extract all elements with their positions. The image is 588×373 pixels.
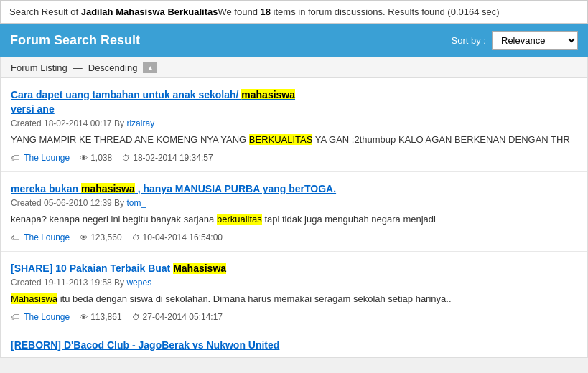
snippet-text: itu beda dengan siswa di sekolahan. Dima… [57,293,451,304]
date-text: 10-04-2014 16:54:00 [143,232,223,242]
views-count: 123,560 [90,232,121,242]
search-middle: We found [218,6,260,17]
result-footer: 🏷 The Lounge 123,560 10-04-2014 16:54:00 [11,232,577,242]
results-container: Cara dapet uang tambahan untuk anak seko… [0,78,588,358]
author-link[interactable]: wepes [126,278,151,288]
sort-area: Sort by : Relevance Date Views [452,31,578,50]
snippet-text: YANG MAMPIR KE THREAD ANE KOMENG NYA YAN… [11,134,249,145]
date-text: 27-04-2014 05:14:17 [143,312,223,322]
result-title-plain: [SHARE] 10 Pakaian Terbaik Buat [11,263,173,274]
dash: — [73,62,83,73]
result-title-partial: [REBORN] D'Bacod Club - JagoBerak vs Nuk… [11,339,577,353]
search-count: 18 [261,6,271,17]
result-category: 🏷 The Lounge [11,232,70,242]
clock-icon [132,312,140,322]
result-title-line1: Cara dapet uang tambahan untuk anak seko… [11,88,577,103]
result-views: 123,560 [80,232,121,242]
result-title-rest: , hanya MANUSIA PURBA yang berTOGA. [135,183,336,194]
result-title-highlight: mahasiswa [81,183,135,194]
created-text: Created 18-02-2014 00:17 By [11,118,126,128]
result-footer: 🏷 The Lounge 1,038 18-02-2014 19:34:57 [11,153,577,163]
search-summary-bar: Search Result of Jadilah Mahasiswa Berku… [0,0,588,24]
result-views: 113,861 [80,312,121,322]
search-prefix: Search Result of [9,6,81,17]
sort-label: Sort by : [452,35,486,46]
result-date: 18-02-2014 19:34:57 [122,153,213,163]
order-label: Descending [88,62,138,73]
eye-icon [80,232,88,242]
result-item: [SHARE] 10 Pakaian Terbaik Buat Mahasisw… [1,252,587,331]
snippet-text2: YA GAN :2thumbup KALO AGAN BERKENAN DENG… [312,134,569,145]
result-title-line1: [SHARE] 10 Pakaian Terbaik Buat Mahasisw… [11,262,577,276]
result-footer: 🏷 The Lounge 113,861 27-04-2014 05:14:17 [11,312,577,322]
forum-search-header: Forum Search Result Sort by : Relevance … [0,24,588,57]
eye-icon [80,312,88,322]
tag-icon: 🏷 [11,153,19,163]
result-snippet: kenapa? kenapa negeri ini begitu banyak … [11,212,577,227]
result-item-partial: [REBORN] D'Bacod Club - JagoBerak vs Nuk… [1,331,587,358]
result-snippet: Mahasiswa itu beda dengan siswa di sekol… [11,292,577,306]
category-link[interactable]: The Lounge [24,153,70,163]
eye-icon [80,153,88,163]
author-link[interactable]: rizalray [126,118,154,128]
date-text: 18-02-2014 19:34:57 [133,153,213,163]
sub-bar: Forum Listing — Descending ▲ [0,57,588,78]
forum-listing-label: Forum Listing [11,62,67,73]
tag-icon: 🏷 [11,312,19,322]
result-title[interactable]: Cara dapet uang tambahan untuk anak seko… [11,89,295,100]
result-item: mereka bukan mahasiswa , hanya MANUSIA P… [1,172,587,252]
result-meta: Created 18-02-2014 00:17 By rizalray [11,118,577,128]
result-category: 🏷 The Lounge [11,312,70,322]
result-item: Cara dapet uang tambahan untuk anak seko… [1,78,587,172]
result-title[interactable]: mereka bukan mahasiswa , hanya MANUSIA P… [11,183,336,194]
search-suffix: items in forum discussions. Results foun… [271,6,500,17]
result-date: 27-04-2014 05:14:17 [132,312,223,322]
result-date: 10-04-2014 16:54:00 [132,232,223,242]
author-link[interactable]: tom_ [126,198,146,208]
result-views: 1,038 [80,153,112,163]
clock-icon [132,232,140,242]
snippet-text: kenapa? kenapa negeri ini begitu banyak … [11,214,217,225]
snippet-highlight: berkualitas [217,214,262,225]
sort-select[interactable]: Relevance Date Views [492,31,578,50]
result-title[interactable]: [SHARE] 10 Pakaian Terbaik Buat Mahasisw… [11,263,226,274]
result-title-highlight: Mahasiswa [173,263,226,274]
result-title-cont[interactable]: versi ane [11,103,55,115]
search-query: Jadilah Mahasiswa Berkualitas [81,6,218,17]
tag-icon: 🏷 [11,232,19,242]
result-meta: Created 19-11-2013 19:58 By wepes [11,278,577,288]
snippet-highlight: BERKUALITAS [249,134,313,145]
result-title-line1: mereka bukan mahasiswa , hanya MANUSIA P… [11,182,577,197]
page-title: Forum Search Result [10,33,140,48]
result-snippet: YANG MAMPIR KE THREAD ANE KOMENG NYA YAN… [11,133,577,147]
result-title-plain: mereka bukan [11,183,81,194]
category-link[interactable]: The Lounge [24,312,70,322]
result-title-line2: versi ane [11,103,577,117]
result-meta: Created 05-06-2010 12:39 By tom_ [11,198,577,208]
result-title-plain: Cara dapet uang tambahan untuk anak seko… [11,89,241,100]
result-title[interactable]: [REBORN] D'Bacod Club - JagoBerak vs Nuk… [11,339,279,351]
sort-direction-icon[interactable]: ▲ [143,62,157,73]
result-category: 🏷 The Lounge [11,153,70,163]
snippet-text2: tapi tidak juga mengubah negara menjadi [262,214,436,225]
clock-icon [122,153,130,163]
views-count: 113,861 [90,312,121,322]
created-text: Created 19-11-2013 19:58 By [11,278,126,288]
category-link[interactable]: The Lounge [24,232,70,242]
created-text: Created 05-06-2010 12:39 By [11,198,126,208]
views-count: 1,038 [90,153,112,163]
snippet-highlight: Mahasiswa [11,293,57,304]
result-title-highlight: mahasiswa [241,89,295,100]
